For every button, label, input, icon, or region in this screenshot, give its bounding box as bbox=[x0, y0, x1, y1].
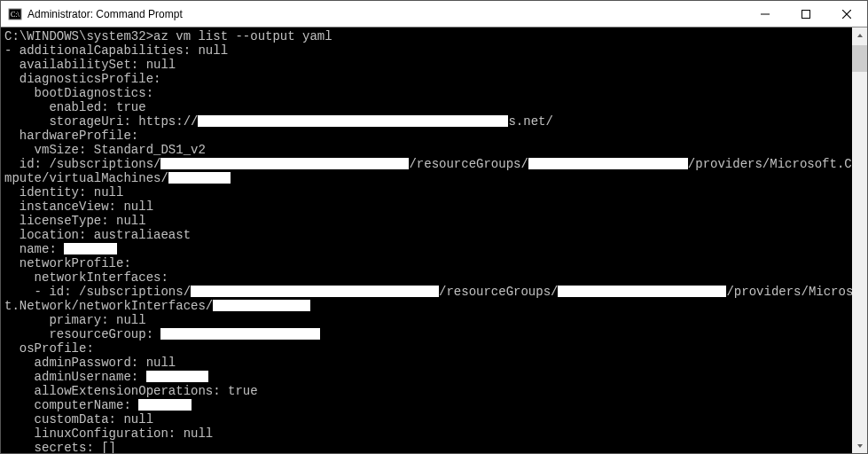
output-line: location: australiaeast bbox=[4, 228, 191, 242]
redacted bbox=[168, 172, 231, 184]
output-line: vmSize: Standard_DS1_v2 bbox=[4, 143, 206, 157]
output-line: t.Network/networkInterfaces/ bbox=[4, 299, 213, 313]
output-line: /providers/Microsof bbox=[726, 285, 852, 299]
output-line: /resourceGroups/ bbox=[439, 285, 558, 299]
output-line: - additionalCapabilities: null bbox=[4, 43, 228, 58]
output-line: adminUsername: bbox=[4, 370, 146, 384]
scroll-up-button[interactable] bbox=[852, 27, 867, 43]
window-controls bbox=[745, 1, 867, 27]
output-line: secrets: [] bbox=[4, 441, 116, 453]
cmd-window: C:\ Administrator: Command Prompt C:\WIN… bbox=[0, 0, 868, 454]
output-line: bootDiagnostics: bbox=[4, 86, 153, 100]
output-line: hardwareProfile: bbox=[4, 129, 138, 143]
output-line: storageUri: https:// bbox=[4, 114, 198, 129]
scroll-thumb[interactable] bbox=[852, 45, 867, 72]
redacted bbox=[198, 115, 508, 127]
titlebar[interactable]: C:\ Administrator: Command Prompt bbox=[1, 1, 867, 27]
redacted bbox=[160, 158, 409, 169]
output-line: /resourceGroups/ bbox=[409, 157, 528, 171]
output-line: name: bbox=[4, 242, 64, 256]
output-line: customData: null bbox=[4, 412, 153, 427]
output-line: allowExtensionOperations: true bbox=[4, 384, 258, 398]
window-title: Administrator: Command Prompt bbox=[27, 8, 745, 20]
output-line: adminPassword: null bbox=[4, 356, 176, 370]
svg-rect-3 bbox=[802, 10, 810, 18]
redacted bbox=[64, 243, 117, 254]
output-line: linuxConfiguration: null bbox=[4, 427, 213, 441]
minimize-button[interactable] bbox=[745, 1, 786, 27]
terminal-output[interactable]: C:\WINDOWS\system32>az vm list --output … bbox=[1, 27, 852, 453]
redacted bbox=[138, 399, 192, 411]
output-line: /providers/Microsoft.Co bbox=[688, 157, 852, 171]
redacted bbox=[160, 328, 320, 340]
output-line: identity: null bbox=[4, 185, 123, 200]
redacted bbox=[528, 158, 688, 169]
vertical-scrollbar[interactable] bbox=[852, 27, 867, 453]
redacted bbox=[191, 286, 439, 297]
svg-marker-6 bbox=[857, 34, 863, 37]
output-line: networkProfile: bbox=[4, 256, 131, 270]
output-line: mpute/virtualMachines/ bbox=[4, 171, 168, 185]
output-line: computerName: bbox=[4, 398, 138, 412]
scroll-down-button[interactable] bbox=[852, 438, 867, 453]
redacted bbox=[213, 300, 310, 311]
close-button[interactable] bbox=[826, 1, 867, 27]
output-line: id: /subscriptions/ bbox=[4, 157, 160, 171]
output-line: availabilitySet: null bbox=[4, 58, 176, 72]
output-line: primary: null bbox=[4, 313, 146, 327]
terminal-area: C:\WINDOWS\system32>az vm list --output … bbox=[1, 27, 867, 453]
cmd-icon: C:\ bbox=[8, 7, 22, 21]
output-line: - id: /subscriptions/ bbox=[4, 285, 191, 299]
output-line: instanceView: null bbox=[4, 200, 153, 214]
output-line: resourceGroup: bbox=[4, 327, 160, 341]
command: az vm list --output yaml bbox=[153, 29, 332, 43]
svg-marker-7 bbox=[857, 444, 863, 448]
maximize-button[interactable] bbox=[786, 1, 826, 27]
svg-text:C:\: C:\ bbox=[11, 11, 20, 19]
output-line: osProfile: bbox=[4, 341, 94, 356]
output-line: enabled: true bbox=[4, 100, 146, 114]
output-line: s.net/ bbox=[508, 114, 552, 129]
output-line: diagnosticsProfile: bbox=[4, 72, 160, 86]
prompt: C:\WINDOWS\system32> bbox=[4, 29, 153, 43]
redacted bbox=[558, 286, 726, 297]
output-line: licenseType: null bbox=[4, 214, 146, 228]
redacted bbox=[146, 371, 208, 382]
output-line: networkInterfaces: bbox=[4, 270, 168, 285]
